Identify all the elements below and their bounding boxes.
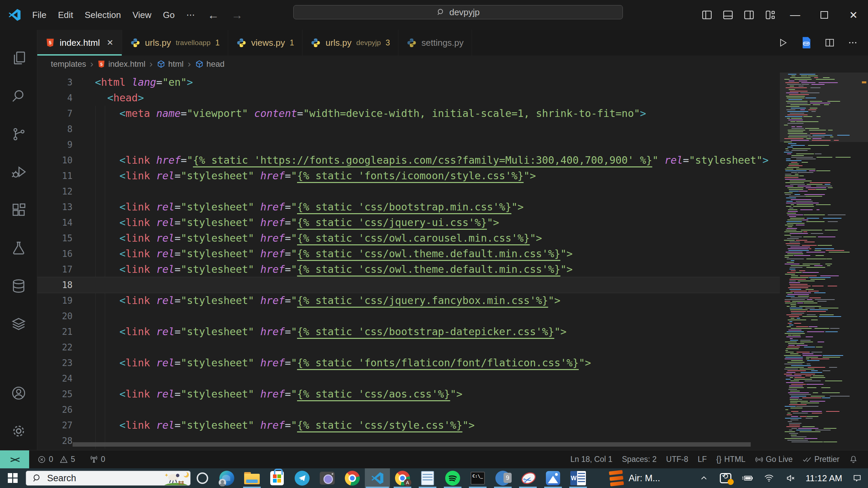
testing-icon[interactable]: [0, 229, 37, 267]
tray-wifi-icon[interactable]: [758, 468, 780, 488]
ports-indicator[interactable]: 0: [85, 455, 110, 464]
go-live-button[interactable]: Go Live: [750, 455, 797, 464]
database-icon[interactable]: [0, 267, 37, 305]
code-line-14[interactable]: 14 <link rel="stylesheet" href="{% stati…: [37, 215, 780, 230]
problems-indicator[interactable]: 0 5: [33, 455, 80, 464]
layers-icon[interactable]: [0, 305, 37, 343]
tray-battery-icon[interactable]: [736, 468, 758, 488]
customize-layout-icon[interactable]: [760, 5, 781, 25]
tab-urls-travelloapp[interactable]: urls.py travelloapp 1: [122, 30, 228, 56]
code-line-27[interactable]: 27 <link rel="stylesheet" href="{% stati…: [37, 418, 780, 433]
back-arrow-icon[interactable]: ←: [201, 8, 225, 22]
close-button[interactable]: ✕: [839, 0, 868, 30]
forward-arrow-icon[interactable]: →: [225, 8, 249, 22]
minimize-button[interactable]: —: [781, 0, 810, 30]
taskbar-word[interactable]: W: [566, 468, 591, 488]
menu-edit[interactable]: Edit: [52, 6, 79, 24]
code-line-19[interactable]: 19 <link rel="stylesheet" href="{% stati…: [37, 293, 780, 308]
code-line-24[interactable]: 24: [37, 371, 780, 386]
encoding[interactable]: UTF-8: [662, 455, 693, 464]
tray-chevron-up-icon[interactable]: [693, 468, 715, 488]
code-line-4[interactable]: 4 <head>: [37, 90, 780, 106]
tray-sync-icon[interactable]: [715, 468, 736, 488]
tab-views[interactable]: views.py 1: [228, 30, 303, 56]
code-line-22[interactable]: 22: [37, 340, 780, 355]
extensions-icon[interactable]: [0, 191, 37, 229]
code-editor[interactable]: 3<html lang="en">4 <head>7 <meta name="v…: [37, 73, 868, 450]
code-line-9[interactable]: 9: [37, 137, 780, 152]
breadcrumb-html[interactable]: html: [157, 59, 183, 69]
code-line-20[interactable]: 20: [37, 308, 780, 324]
cursor-position[interactable]: Ln 18, Col 1: [566, 455, 617, 464]
tray-volume-muted-icon[interactable]: [780, 468, 802, 488]
prettier-status[interactable]: Prettier: [797, 455, 844, 464]
taskbar-spotify[interactable]: [440, 468, 465, 488]
toggle-sidebar-icon[interactable]: [696, 5, 717, 25]
taskbar-vscode[interactable]: [365, 468, 390, 488]
code-line-29[interactable]: 29 </head>: [37, 449, 780, 450]
minimap[interactable]: [780, 73, 868, 450]
start-button[interactable]: [0, 468, 26, 488]
tab-index-html[interactable]: 5 index.html ✕: [37, 30, 122, 56]
taskbar-search-box[interactable]: Search: [26, 471, 191, 486]
taskbar-chrome-profile[interactable]: A: [390, 468, 415, 488]
menu-file[interactable]: File: [26, 6, 52, 24]
eol-sequence[interactable]: LF: [693, 455, 712, 464]
search-sidebar-icon[interactable]: [0, 77, 37, 115]
indentation[interactable]: Spaces: 2: [617, 455, 661, 464]
code-line-18[interactable]: 18: [37, 277, 780, 293]
news-interests-widget[interactable]: Air: M...: [610, 471, 660, 486]
menu-view[interactable]: View: [127, 6, 157, 24]
code-line-23[interactable]: 23 <link rel="stylesheet" href="{% stati…: [37, 355, 780, 371]
run-file-icon[interactable]: [778, 38, 788, 48]
run-debug-icon[interactable]: [0, 153, 37, 191]
command-center-search[interactable]: devpyjp: [293, 5, 623, 19]
taskbar-notepad[interactable]: [415, 468, 440, 488]
taskbar-photos[interactable]: [540, 468, 566, 488]
taskbar-edge[interactable]: [214, 468, 239, 488]
settings-gear-icon[interactable]: [0, 412, 37, 450]
tab-urls-devpyjp[interactable]: urls.py devpyjp 3: [302, 30, 398, 56]
breadcrumb-templates[interactable]: templates: [51, 59, 86, 69]
code-line-3[interactable]: 3<html lang="en">: [37, 75, 780, 90]
language-mode[interactable]: {} HTML: [712, 455, 750, 464]
code-line-21[interactable]: 21 <link rel="stylesheet" href="{% stati…: [37, 324, 780, 340]
menu-go[interactable]: Go: [157, 6, 181, 24]
breadcrumb-head[interactable]: head: [195, 59, 224, 69]
breadcrumb-index-html[interactable]: 5 index.html: [97, 59, 145, 69]
horizontal-scrollbar[interactable]: [73, 442, 751, 447]
tab-settings[interactable]: settings.py: [398, 30, 472, 56]
toggle-panel-icon[interactable]: [717, 5, 738, 25]
taskbar-messenger[interactable]: 9: [490, 468, 515, 488]
action-center-icon[interactable]: [846, 468, 868, 488]
menu-selection[interactable]: Selection: [79, 6, 127, 24]
cortana-button[interactable]: [191, 468, 214, 488]
code-line-25[interactable]: 25 <link rel="stylesheet" href="{% stati…: [37, 386, 780, 402]
taskbar-microsoft-store[interactable]: [264, 468, 290, 488]
maximize-button[interactable]: [810, 0, 839, 30]
taskbar-snipping-tool[interactable]: ✂: [515, 468, 540, 488]
taskbar-file-explorer[interactable]: [239, 468, 264, 488]
clock[interactable]: 11:12 AM: [802, 473, 846, 484]
taskbar-command-prompt[interactable]: C:\_: [465, 468, 490, 488]
php-server-icon[interactable]: PHP: [801, 37, 812, 49]
code-line-8[interactable]: 8: [37, 121, 780, 137]
code-line-15[interactable]: 15 <link rel="stylesheet" href="{% stati…: [37, 230, 780, 246]
taskbar-chrome[interactable]: [340, 468, 365, 488]
split-editor-icon[interactable]: [825, 38, 835, 48]
code-line-7[interactable]: 7 <meta name="viewport" content="width=d…: [37, 106, 780, 121]
explorer-icon[interactable]: [0, 39, 37, 77]
code-line-10[interactable]: 10 <link href="{% static 'https://fonts.…: [37, 152, 780, 168]
code-line-16[interactable]: 16 <link rel="stylesheet" href="{% stati…: [37, 246, 780, 262]
code-line-11[interactable]: 11 <link rel="stylesheet" href="{% stati…: [37, 168, 780, 184]
menu-more[interactable]: ⋯: [180, 6, 201, 24]
code-line-12[interactable]: 12: [37, 184, 780, 199]
code-line-13[interactable]: 13 <link rel="stylesheet" href="{% stati…: [37, 199, 780, 215]
remote-indicator[interactable]: ><: [0, 450, 29, 468]
notifications-bell-icon[interactable]: [844, 455, 863, 464]
source-control-icon[interactable]: [0, 115, 37, 153]
tab-close-icon[interactable]: ✕: [107, 38, 114, 47]
toggle-secondary-sidebar-icon[interactable]: [738, 5, 760, 25]
taskbar-telegram[interactable]: [290, 468, 315, 488]
code-line-26[interactable]: 26: [37, 402, 780, 418]
